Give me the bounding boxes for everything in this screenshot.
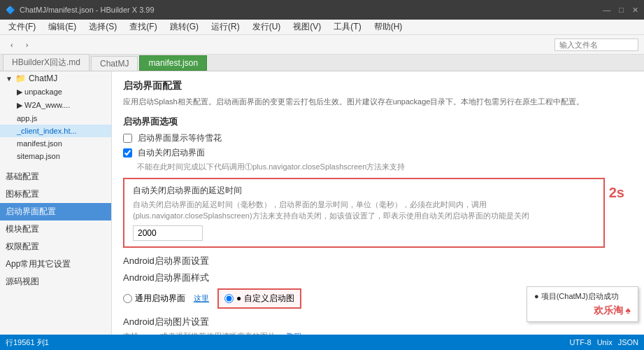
sidebar-config-source[interactable]: 源码视图	[0, 273, 111, 290]
sidebar-config-permission[interactable]: 权限配置	[0, 238, 111, 255]
sidebar-item-w2a[interactable]: ▶ W2A_www....	[0, 99, 111, 112]
sidebar-config-app-other[interactable]: App常用其它设置	[0, 255, 111, 273]
window-controls: — □ ✕	[603, 6, 638, 15]
common-link[interactable]: 这里	[194, 293, 209, 304]
title-bar-left: 🔷 ChatMJ/manifest.json - HBuilder X 3.99	[6, 6, 155, 15]
delay-desc: 自动关闭启动界面的延迟时间（毫秒数），启动界面的显示时间，单位（毫秒），必须在此…	[133, 200, 595, 221]
close-button[interactable]: ✕	[632, 6, 638, 15]
toolbar: ‹ ›	[0, 35, 644, 55]
radio-common-input[interactable]	[123, 294, 132, 303]
menu-jump[interactable]: 跳转(G)	[164, 20, 204, 34]
status-right: UTF-8 Unix JSON	[569, 338, 638, 346]
menu-run[interactable]: 运行(R)	[206, 20, 245, 34]
checkbox-snowflake-label: 启动界面显示等待雪花	[138, 132, 222, 144]
page-desc: 应用启动Splash相关配置。启动画面界面的变更需云打包后生效。图片建议存在un…	[123, 97, 633, 107]
menu-release[interactable]: 发行(U)	[247, 20, 287, 34]
delay-title: 自动关闭启动界面的延迟时间	[133, 185, 595, 197]
menu-find[interactable]: 查找(F)	[124, 20, 162, 34]
maximize-button[interactable]: □	[619, 6, 624, 15]
app-icon: 🔷	[6, 6, 15, 15]
img-section-desc: 支持 .png, 或者强烈推荐使用清晰度高的图片。	[123, 331, 283, 335]
checkbox-autoclose-label: 自动关闭启动界面	[138, 147, 205, 159]
menu-help[interactable]: 帮助(H)	[368, 20, 408, 34]
checkbox-autoclose[interactable]	[123, 148, 132, 158]
tutorial-link[interactable]: 教程	[286, 331, 301, 335]
notification-popup: ● 项目(ChatMJ)启动成功 欢乐淘 ♠	[527, 286, 638, 322]
status-position: 行19561 列1	[6, 337, 49, 348]
sidebar-project-root[interactable]: ▼ 📁 ChatMJ	[0, 71, 111, 85]
android-section-title: Android启动界面设置	[123, 255, 633, 267]
checkbox-row-autoclose: 自动关闭启动界面	[123, 147, 633, 159]
status-line-ending: Unix	[597, 338, 613, 346]
radio-custom-input[interactable]	[224, 294, 234, 303]
status-bar: 行19561 列1 UTF-8 Unix JSON	[0, 335, 644, 350]
tab-manifest[interactable]: manifest.json	[139, 55, 207, 71]
search-area	[554, 38, 638, 51]
menu-file[interactable]: 文件(F)	[3, 20, 41, 34]
sidebar-config-icon[interactable]: 图标配置	[0, 186, 111, 203]
title-bar: 🔷 ChatMJ/manifest.json - HBuilder X 3.99…	[0, 0, 644, 20]
status-language: JSON	[618, 338, 638, 346]
logo-text: 欢乐淘 ♠	[594, 304, 631, 316]
custom-box: ● 自定义启动图	[217, 288, 301, 309]
search-input[interactable]	[554, 38, 638, 51]
back-button[interactable]: ‹	[6, 38, 18, 51]
delay-badge: 2s	[609, 185, 624, 201]
arrow-icon: ▼	[6, 75, 13, 83]
radio-common[interactable]: 通用启动界面	[123, 293, 185, 304]
sidebar-item-sitemap[interactable]: sitemap.json	[0, 150, 111, 162]
forward-button[interactable]: ›	[21, 38, 34, 51]
minimize-button[interactable]: —	[603, 6, 610, 15]
custom-label: ● 自定义启动图	[236, 293, 294, 304]
menu-bar: 文件(F) 编辑(E) 选择(S) 查找(F) 跳转(G) 运行(R) 发行(U…	[0, 20, 644, 35]
android-style-title: Android启动界面样式	[123, 272, 633, 284]
sidebar-item-appjs[interactable]: app.js	[0, 112, 111, 125]
tab-hbuilder[interactable]: HBuilderX回达.md	[3, 54, 90, 71]
menu-edit[interactable]: 编辑(E)	[43, 20, 82, 34]
delay-input[interactable]	[133, 225, 203, 241]
menu-view[interactable]: 视图(V)	[287, 20, 327, 34]
delay-section: 自动关闭启动界面的延迟时间 自动关闭启动界面的延迟时间（毫秒数），启动界面的显示…	[123, 178, 605, 248]
page-title: 启动界面配置	[123, 80, 633, 92]
menu-tools[interactable]: 工具(T)	[328, 20, 366, 34]
tab-bar: HBuilderX回达.md ChatMJ manifest.json	[0, 55, 644, 71]
sidebar-item-manifest[interactable]: manifest.json	[0, 137, 111, 150]
title-bar-title: ChatMJ/manifest.json - HBuilder X 3.99	[20, 6, 155, 14]
menu-select[interactable]: 选择(S)	[83, 20, 122, 34]
status-encoding: UTF-8	[569, 338, 591, 346]
sidebar-item-clientindex[interactable]: _client_index.ht...	[0, 125, 111, 137]
folder-icon: 📁	[15, 74, 26, 83]
notification-text: ● 项目(ChatMJ)启动成功	[534, 291, 631, 302]
sidebar-config-splash[interactable]: 启动界面配置	[0, 203, 111, 220]
autoclose-note: 不能在此时间完成以下代码调用①plus.navigator.closeSplas…	[137, 162, 633, 172]
sidebar-config-module[interactable]: 模块配置	[0, 220, 111, 238]
checkbox-row-snowflake: 启动界面显示等待雪花	[123, 132, 633, 144]
sidebar-config-basic[interactable]: 基础配置	[0, 168, 111, 186]
tab-chatmj[interactable]: ChatMJ	[91, 56, 138, 71]
sidebar: ▼ 📁 ChatMJ ▶ unpackage ▶ W2A_www.... app…	[0, 71, 112, 335]
checkbox-snowflake[interactable]	[123, 134, 132, 143]
splash-section-title: 启动界面选项	[123, 115, 633, 128]
sidebar-item-unpackage[interactable]: ▶ unpackage	[0, 85, 111, 99]
